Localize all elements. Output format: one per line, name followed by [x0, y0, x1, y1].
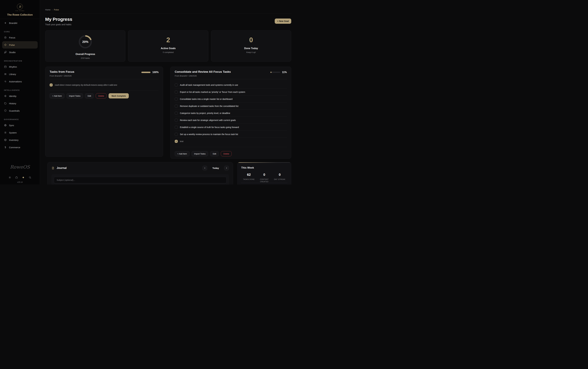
progress-ring: 20% — [79, 35, 92, 48]
checkbox-icon[interactable] — [175, 112, 178, 115]
logo-monogram: R — [17, 4, 23, 10]
journal-subject-input[interactable]: Subject (optional)... — [54, 177, 227, 183]
sidebar-item-automations[interactable]: Automations — [2, 78, 38, 85]
list-icon — [4, 73, 7, 75]
sidebar-item-studio[interactable]: Studio — [2, 49, 38, 56]
breadcrumb-home[interactable]: Home — [45, 9, 51, 11]
active-goals-card: 2 Active Goals 0 completed — [128, 30, 208, 62]
chevron-left-icon[interactable] — [202, 166, 207, 170]
sidebar-item-history[interactable]: History — [2, 100, 38, 107]
goal-actions: + Add Item Import Todos Edit Delete — [175, 147, 287, 156]
stat-sublabel: Keep it up! — [246, 51, 256, 53]
checklist-item-text: test — [180, 140, 184, 143]
checklist-item-text: Consolidate tasks into a single master l… — [180, 98, 232, 100]
progress-bar-fill — [270, 72, 271, 73]
sidebar-item-brandai[interactable]: BrandAI — [2, 19, 38, 27]
delete-button[interactable]: Delete — [96, 93, 107, 98]
checkbox-icon[interactable] — [175, 140, 178, 143]
delete-button[interactable]: Delete — [221, 151, 232, 156]
sidebar-item-label: System — [9, 131, 17, 134]
roweos-script-logo: RoweOS — [0, 164, 40, 170]
shield-icon — [4, 109, 7, 112]
edit-button[interactable]: Edit — [210, 151, 219, 156]
sidebar-item-rhythm[interactable]: Rhythm — [2, 63, 38, 71]
week-stat-tasks-done: 62 TASKS DONE — [241, 173, 257, 183]
stats-row: 20% Overall Progress 2/10 tasks 2 Active… — [45, 30, 291, 62]
edit-button[interactable]: Edit — [85, 93, 93, 98]
checklist-item-text: Review each task for strategic alignment… — [180, 119, 236, 122]
week-stat-value: 0 — [257, 173, 272, 177]
stat-label: Active Goals — [161, 47, 176, 50]
stat-value: 0 — [249, 37, 253, 43]
done-today-card: 0 Done Today Keep it up! — [211, 30, 291, 62]
journal-entry-panel: Subject (optional)... — [52, 174, 229, 184]
goal-title: Tasks from Focus — [50, 70, 74, 73]
week-stat-value: 62 — [241, 173, 257, 177]
bottom-row: Journal Today Subject (optional)... Th — [47, 162, 291, 184]
sidebar-item-pulse[interactable]: Pulse — [2, 41, 38, 49]
brightness-icon[interactable] — [9, 176, 11, 179]
checkbox-icon[interactable] — [175, 91, 178, 93]
checklist-item-text: Audit all task management tools and syst… — [180, 84, 238, 86]
goal-card-consolidate: Consolidate and Review All Focus Tasks F… — [170, 67, 291, 159]
sidebar-item-label: Library — [9, 73, 16, 75]
checkbox-icon[interactable] — [175, 83, 178, 86]
goal-meta: From BrandAI • 2/8/2026 — [175, 75, 231, 77]
stat-label: Done Today — [244, 47, 258, 50]
sidebar-footer: RoweOS v15.14 — [0, 164, 40, 184]
this-week-title: This Week — [241, 166, 288, 169]
journal-today-label[interactable]: Today — [212, 167, 219, 169]
add-item-button[interactable]: + Add Item — [50, 93, 64, 98]
sidebar-item-identity[interactable]: Identity — [2, 92, 38, 100]
journal-date-nav: Today — [202, 166, 229, 170]
this-week-card: This Week 62 TASKS DONE 0 CONTENT CREATE… — [237, 162, 291, 184]
automations-icon — [4, 80, 7, 83]
goal-progress-label: 100% — [152, 71, 159, 74]
mark-complete-button[interactable]: Mark Complete — [109, 93, 129, 98]
sidebar-item-commerce[interactable]: Commerce — [2, 144, 38, 151]
workspace-title: The Rowe Collection — [0, 13, 40, 16]
checklist-item: Establish a single source of truth for f… — [175, 124, 287, 131]
nav-section-label: CORE — [4, 31, 38, 33]
import-todos-button[interactable]: Import Todos — [192, 151, 208, 156]
sidebar-item-system[interactable]: System — [2, 129, 38, 136]
add-item-button[interactable]: + Add Item — [175, 151, 190, 156]
chevron-right-icon[interactable] — [224, 166, 229, 170]
progress-ring-value: 20% — [80, 37, 91, 47]
sidebar-nav: BrandAI CORE Focus Pulse St — [0, 19, 40, 151]
diamond-accent-icon[interactable] — [22, 176, 25, 179]
checkbox-icon[interactable] — [175, 105, 178, 108]
sidebar-item-label: Inventory — [9, 139, 19, 141]
sidebar-item-library[interactable]: Library — [2, 71, 38, 78]
briefcase-icon[interactable] — [15, 176, 18, 179]
checklist-item: Consolidate tasks into a single master l… — [175, 95, 287, 102]
checkbox-icon[interactable] — [175, 133, 178, 136]
checkbox-icon[interactable] — [175, 98, 178, 101]
checkbox-icon[interactable] — [50, 83, 53, 86]
import-todos-button[interactable]: Import Todos — [66, 93, 83, 98]
goal-actions: + Add Item Import Todos Edit Delete Mark… — [50, 91, 159, 98]
goal-progress: 11% — [270, 71, 287, 74]
diamond-icon — [4, 95, 7, 97]
checkbox-icon[interactable] — [175, 119, 178, 122]
journal-file-icon — [52, 167, 54, 170]
sidebar-item-guardrails[interactable]: Guardrails — [2, 107, 38, 114]
sidebar-item-label: Focus — [9, 36, 15, 39]
checklist: each time I move category, by default mo… — [50, 79, 159, 91]
page-subtitle: Track your goals and habits — [45, 23, 291, 26]
checkbox-icon[interactable] — [175, 126, 178, 129]
dollar-icon — [4, 146, 7, 149]
week-stat-label: CONTENT CREATED — [257, 178, 272, 183]
checklist-item: Categorize tasks by project, priority le… — [175, 110, 287, 117]
sidebar-item-focus[interactable]: Focus — [2, 34, 38, 41]
nav-section-label: INTELLIGENCE — [4, 89, 38, 91]
header-divider — [45, 13, 291, 14]
sidebar-item-inventory[interactable]: Inventory — [2, 136, 38, 144]
calendar-icon — [4, 65, 7, 68]
sidebar-item-sync[interactable]: Sync — [2, 122, 38, 129]
stat-sublabel: 2/10 tasks — [81, 57, 90, 59]
search-icon[interactable] — [29, 176, 31, 179]
sidebar-item-label: Identity — [9, 95, 16, 97]
new-goal-button[interactable]: + New Goal — [275, 19, 291, 24]
sidebar-item-label: BrandAI — [9, 22, 17, 24]
